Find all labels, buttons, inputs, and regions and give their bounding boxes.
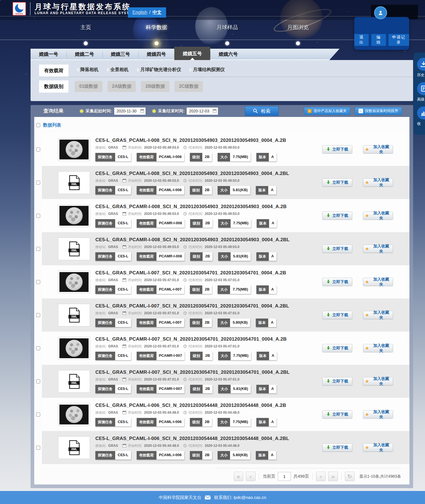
- user-avatar-icon[interactable]: [374, 6, 387, 19]
- filter-payload-label[interactable]: 有效载荷: [39, 65, 68, 77]
- add-selected-to-favorites-button[interactable]: + 选中产品加入收藏夹: [304, 107, 350, 115]
- payload-filter-2[interactable]: 月球矿物光谱分析仪: [137, 67, 181, 74]
- add-favorite-button[interactable]: ★ 加入收藏夹: [363, 410, 393, 418]
- download-button[interactable]: 立即下载: [322, 212, 352, 220]
- user-menu-button-0[interactable]: 退 出: [354, 34, 369, 46]
- add-favorite-button[interactable]: ★ 加入收藏夹: [363, 311, 393, 319]
- first-page-button[interactable]: «: [234, 472, 243, 481]
- xml-file-icon: XML: [68, 241, 80, 257]
- tab-5[interactable]: 嫦娥六号: [210, 49, 246, 60]
- row-checkbox[interactable]: [36, 181, 40, 185]
- data-product-title[interactable]: CE5-L_GRAS_PCAML-I-006_SCI_N_20201203054…: [95, 436, 319, 441]
- data-thumbnail[interactable]: XML: [58, 403, 90, 426]
- level-filter-3[interactable]: 2C级数据: [175, 81, 203, 92]
- tab-1[interactable]: 嫦娥二号: [66, 49, 102, 60]
- moon-image: [59, 338, 89, 358]
- data-thumbnail[interactable]: XML: [58, 436, 90, 459]
- add-favorite-button[interactable]: ★ 加入收藏夹: [363, 212, 393, 220]
- data-thumbnail[interactable]: XML: [58, 271, 90, 293]
- calendar-icon[interactable]: [140, 109, 144, 113]
- sidebar-item-2[interactable]: 收: [417, 106, 425, 126]
- filter-level-label[interactable]: 数据级别: [39, 80, 68, 93]
- row-checkbox[interactable]: [36, 280, 40, 284]
- data-product-title[interactable]: CE5-L_GRAS_PCAML-I-006_SCI_N_20201203054…: [95, 403, 319, 408]
- row-checkbox[interactable]: [36, 313, 40, 317]
- language-switcher[interactable]: English / 中文: [128, 7, 166, 18]
- download-button[interactable]: 立即下载: [322, 377, 352, 385]
- tab-3[interactable]: 嫦娥四号: [138, 49, 174, 60]
- data-product-title[interactable]: CE5-L_GRAS_PCAML-I-008_SCI_N_20201203054…: [95, 138, 319, 143]
- sidebar-item-1[interactable]: 高级: [417, 82, 425, 102]
- add-favorite-button[interactable]: ★ 加入收藏夹: [363, 344, 393, 352]
- last-page-button[interactable]: »: [328, 472, 338, 481]
- data-thumbnail[interactable]: XML: [58, 238, 90, 260]
- refresh-icon[interactable]: ↻: [345, 472, 355, 481]
- next-page-button[interactable]: ›: [316, 472, 326, 481]
- data-product-title[interactable]: CE5-L_GRAS_PCAMR-I-008_SCI_N_20201203054…: [95, 237, 319, 243]
- size-chip: 大小5.81(KB): [218, 252, 251, 261]
- data-thumbnail[interactable]: XML: [58, 204, 90, 227]
- data-thumbnail[interactable]: XML: [58, 138, 90, 161]
- data-product-title[interactable]: CE5-L_GRAS_PCAMR-I-008_SCI_N_20201203054…: [95, 204, 319, 210]
- add-favorite-button[interactable]: ★ 加入收藏夹: [363, 245, 393, 253]
- row-checkbox-cell: [34, 398, 42, 431]
- level-filter-0[interactable]: 01级数据: [75, 81, 102, 92]
- search-button[interactable]: 检索: [245, 106, 279, 116]
- download-button[interactable]: 立即下载: [322, 245, 352, 253]
- sidebar-item-0[interactable]: 历史: [417, 58, 425, 78]
- add-favorite-button[interactable]: ★ 加入收藏夹: [363, 278, 393, 286]
- level-filter-1[interactable]: 2A级数据: [108, 81, 136, 92]
- row-checkbox[interactable]: [36, 446, 40, 450]
- level-filter-2[interactable]: 2B级数据: [141, 81, 169, 92]
- row-checkbox[interactable]: [36, 413, 40, 417]
- row-checkbox[interactable]: [36, 346, 40, 350]
- data-product-title[interactable]: CE5-L_GRAS_PCAMR-I-007_SCI_N_20201203054…: [95, 370, 319, 375]
- language-chinese-link[interactable]: 中文: [153, 10, 162, 16]
- language-english-link[interactable]: English: [132, 10, 147, 15]
- page-number-input[interactable]: [278, 472, 291, 481]
- download-button[interactable]: 立即下载: [322, 145, 352, 153]
- payload-filter-0[interactable]: 降落相机: [77, 67, 98, 74]
- download-button[interactable]: 立即下载: [322, 443, 352, 452]
- tab-4[interactable]: 嫦娥五号: [174, 47, 210, 60]
- row-checkbox[interactable]: [36, 148, 40, 151]
- calendar-icon[interactable]: [213, 109, 216, 113]
- nav-item-0[interactable]: 主页: [67, 24, 104, 45]
- add-favorite-button[interactable]: ★ 加入收藏夹: [363, 377, 393, 385]
- tab-2[interactable]: 嫦娥三号: [102, 49, 138, 60]
- add-favorite-button[interactable]: ★ 加入收藏夹: [363, 178, 393, 187]
- data-product-title[interactable]: CE5-L_GRAS_PCAML-I-008_SCI_N_20201203054…: [95, 171, 319, 176]
- nav-item-1[interactable]: 科学数据: [138, 24, 175, 45]
- prev-page-button[interactable]: ‹: [246, 472, 256, 481]
- star-icon: ★: [365, 214, 369, 218]
- sort-by-time-button[interactable]: ↓ 按数据采集时间排序: [355, 107, 402, 115]
- payload-filter-1[interactable]: 全景相机: [107, 67, 128, 74]
- data-thumbnail[interactable]: XML: [58, 304, 90, 326]
- nav-item-2[interactable]: 月球样品: [209, 24, 246, 45]
- row-checkbox[interactable]: [36, 379, 40, 383]
- download-button[interactable]: 立即下载: [322, 344, 352, 352]
- download-button[interactable]: 立即下载: [322, 178, 352, 187]
- payload-filter-3[interactable]: 月壤结构探测仪: [190, 67, 225, 74]
- version-chip: 版本A: [256, 451, 276, 460]
- data-thumbnail[interactable]: XML: [58, 370, 90, 393]
- download-button[interactable]: 立即下载: [322, 311, 352, 319]
- select-all-checkbox[interactable]: [36, 123, 40, 127]
- download-button[interactable]: 立即下载: [322, 278, 352, 286]
- level-chip: 级别2B: [190, 319, 212, 327]
- data-thumbnail[interactable]: XML: [58, 171, 90, 194]
- tab-0[interactable]: 嫦娥一号: [31, 49, 66, 60]
- data-product-title[interactable]: CE5-L_GRAS_PCAMR-I-007_SCI_N_20201203054…: [95, 336, 319, 342]
- row-checkbox[interactable]: [36, 214, 40, 218]
- user-menu-button-2[interactable]: 申请记录: [388, 34, 409, 46]
- download-arrow-icon: [327, 412, 330, 417]
- add-favorite-button[interactable]: ★ 加入收藏夹: [363, 145, 393, 153]
- nav-item-3[interactable]: 月图浏览: [280, 24, 316, 45]
- data-thumbnail[interactable]: XML: [58, 337, 90, 360]
- download-button[interactable]: 立即下载: [322, 410, 352, 418]
- row-checkbox[interactable]: [36, 247, 40, 251]
- user-menu-button-1[interactable]: 编 辑: [371, 34, 386, 46]
- data-product-title[interactable]: CE5-L_GRAS_PCAML-I-007_SCI_N_20201203054…: [95, 270, 319, 276]
- data-product-title[interactable]: CE5-L_GRAS_PCAML-I-007_SCI_N_20201203054…: [95, 303, 319, 309]
- add-favorite-button[interactable]: ★ 加入收藏夹: [363, 443, 393, 452]
